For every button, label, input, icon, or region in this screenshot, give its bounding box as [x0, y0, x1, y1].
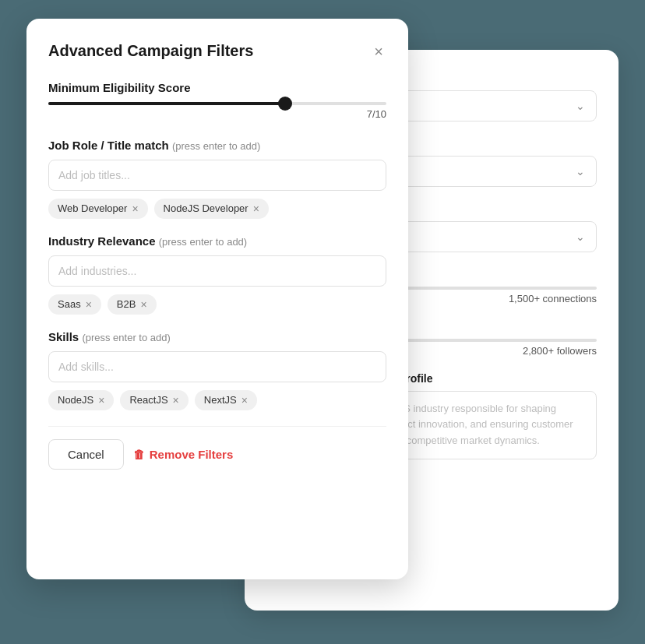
- modal-footer: Cancel 🗑 Remove Filters: [48, 426, 386, 470]
- front-panel: Advanced Campaign Filters × Minimum Elig…: [26, 19, 408, 579]
- tag-nodejs: NodeJS ×: [48, 390, 114, 410]
- remove-reactjs[interactable]: ×: [173, 394, 179, 406]
- eligibility-slider-thumb[interactable]: [278, 97, 292, 111]
- cancel-button[interactable]: Cancel: [48, 439, 124, 470]
- industry-input[interactable]: Add industries...: [48, 255, 386, 287]
- remove-filters-label: Remove Filters: [150, 448, 234, 461]
- tag-saas: Saas ×: [48, 294, 101, 315]
- eligibility-value: 7/10: [48, 108, 386, 120]
- tag-reactjs: ReactJS ×: [120, 390, 188, 410]
- industry-placeholder: Add industries...: [58, 265, 136, 277]
- skills-input[interactable]: Add skills...: [48, 351, 386, 382]
- remove-nodejs[interactable]: ×: [98, 394, 104, 406]
- job-role-placeholder: Add job titles...: [58, 169, 130, 181]
- chevron-down-icon-2: ⌄: [576, 165, 585, 178]
- eligibility-slider-fill: [48, 102, 285, 105]
- job-role-input[interactable]: Add job titles...: [48, 160, 386, 191]
- tag-nextjs: NextJS ×: [195, 390, 257, 410]
- industry-section: Industry Relevance (press enter to add) …: [48, 234, 386, 315]
- trash-icon: 🗑: [133, 448, 145, 461]
- eligibility-slider-track: [48, 102, 386, 105]
- eligibility-slider-wrapper: [48, 102, 386, 105]
- eligibility-section: Minimum Eligibility Score 7/10: [48, 81, 386, 120]
- remove-nodejs-developer[interactable]: ×: [253, 202, 259, 215]
- skills-placeholder: Add skills...: [58, 361, 114, 373]
- eligibility-label: Minimum Eligibility Score: [48, 81, 386, 94]
- modal-header: Advanced Campaign Filters ×: [48, 40, 386, 62]
- industry-label: Industry Relevance (press enter to add): [48, 234, 386, 248]
- industry-tags: Saas × B2B ×: [48, 294, 386, 315]
- remove-nextjs[interactable]: ×: [241, 394, 248, 406]
- remove-saas[interactable]: ×: [86, 298, 92, 311]
- modal-title: Advanced Campaign Filters: [48, 42, 253, 60]
- remove-web-developer[interactable]: ×: [132, 202, 138, 215]
- job-role-section: Job Role / Title match (press enter to a…: [48, 139, 386, 219]
- tag-b2b: B2B ×: [108, 294, 157, 315]
- tag-nodejs-developer: NodeJS Developer ×: [154, 199, 269, 219]
- job-role-tags: Web Developer × NodeJS Developer ×: [48, 199, 386, 219]
- close-button[interactable]: ×: [371, 40, 386, 62]
- skills-section: Skills (press enter to add) Add skills..…: [48, 330, 386, 410]
- chevron-down-icon: ⌄: [576, 100, 585, 112]
- skills-label: Skills (press enter to add): [48, 330, 386, 343]
- skills-tags: NodeJS × ReactJS × NextJS ×: [48, 390, 386, 410]
- chevron-down-icon-3: ⌄: [576, 231, 585, 243]
- remove-filters-button[interactable]: 🗑 Remove Filters: [133, 448, 234, 461]
- remove-b2b[interactable]: ×: [140, 298, 146, 311]
- job-role-label: Job Role / Title match (press enter to a…: [48, 139, 386, 152]
- tag-web-developer: Web Developer ×: [48, 199, 148, 219]
